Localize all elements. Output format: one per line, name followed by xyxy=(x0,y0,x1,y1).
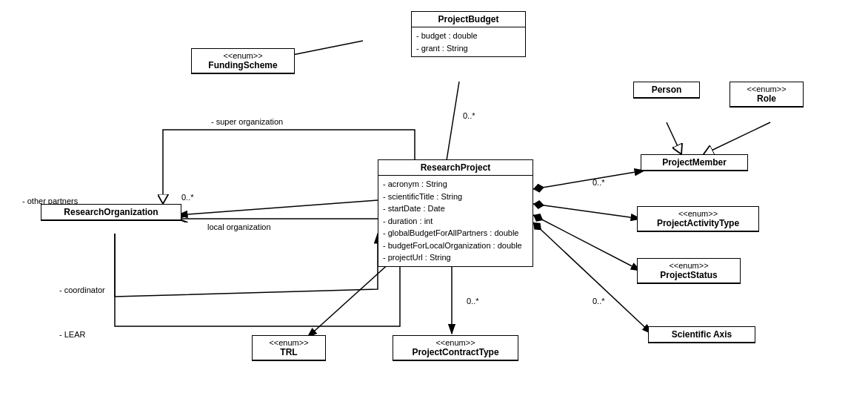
trl-title: <<enum>> TRL xyxy=(253,336,325,360)
svg-line-7 xyxy=(178,200,378,215)
project-activity-type-title: <<enum>> ProjectActivityType xyxy=(638,207,758,231)
svg-line-13 xyxy=(533,204,641,219)
project-contract-type-box: <<enum>> ProjectContractType xyxy=(393,335,518,361)
project-member-title: ProjectMember xyxy=(641,155,747,171)
role-title: <<enum>> Role xyxy=(730,82,803,107)
svg-line-12 xyxy=(704,122,770,154)
svg-text:- super organization: - super organization xyxy=(211,117,283,126)
diagram-container: 0..* 0..* 0..* xyxy=(0,0,868,393)
svg-line-11 xyxy=(667,122,681,154)
svg-line-15 xyxy=(533,222,652,334)
research-project-title: ResearchProject xyxy=(378,160,533,176)
project-member-box: ProjectMember xyxy=(641,154,748,171)
funding-scheme-title: <<enum>> FundingScheme xyxy=(192,49,294,73)
research-organization-title: ResearchOrganization xyxy=(41,205,181,220)
project-budget-box: ProjectBudget - budget : double - grant … xyxy=(411,11,526,57)
svg-line-9 xyxy=(533,171,644,189)
person-title: Person xyxy=(634,82,699,98)
research-project-box: ResearchProject - acronym : String - sci… xyxy=(378,159,533,267)
svg-text:0..*: 0..* xyxy=(467,297,479,306)
svg-text:0..*: 0..* xyxy=(592,178,605,187)
project-budget-title: ProjectBudget xyxy=(412,12,525,27)
research-project-attrs: - acronym : String - scientificTitle : S… xyxy=(378,176,533,266)
trl-box: <<enum>> TRL xyxy=(252,335,326,361)
scientific-axis-title: Scientific Axis xyxy=(649,327,755,343)
project-status-title: <<enum>> ProjectStatus xyxy=(638,259,740,283)
person-box: Person xyxy=(633,82,700,99)
svg-text:0..*: 0..* xyxy=(181,193,194,202)
project-activity-type-box: <<enum>> ProjectActivityType xyxy=(637,206,759,232)
svg-text:0..*: 0..* xyxy=(592,297,605,306)
svg-text:- LEAR: - LEAR xyxy=(59,330,86,339)
project-status-box: <<enum>> ProjectStatus xyxy=(637,258,741,284)
project-contract-type-title: <<enum>> ProjectContractType xyxy=(393,336,518,360)
role-box: <<enum>> Role xyxy=(730,82,804,108)
research-organization-box: ResearchOrganization xyxy=(41,204,181,221)
svg-text:0..*: 0..* xyxy=(463,111,475,120)
funding-scheme-box: <<enum>> FundingScheme xyxy=(191,48,295,74)
svg-text:- coordinator: - coordinator xyxy=(59,285,105,294)
svg-text:local organization: local organization xyxy=(207,222,271,231)
project-budget-attrs: - budget : double - grant : String xyxy=(412,27,525,56)
scientific-axis-box: Scientific Axis xyxy=(648,326,755,343)
svg-line-14 xyxy=(533,215,641,271)
